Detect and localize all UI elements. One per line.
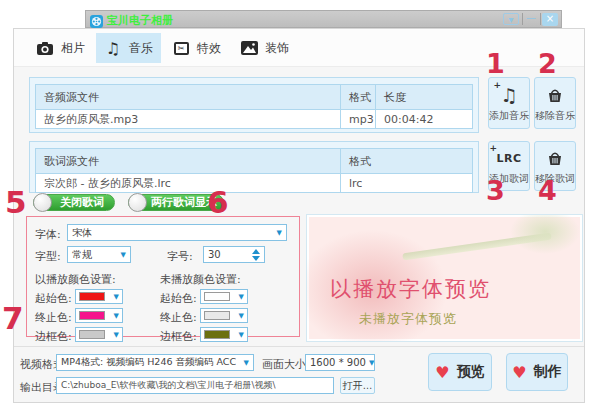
output-dir-input[interactable]: [56, 377, 334, 394]
unplayed-color-group-label: 未播放颜色设置:: [160, 272, 241, 287]
played-border-color-dropdown[interactable]: ▼: [75, 327, 123, 342]
audio-file-length: 00:04:42: [376, 109, 472, 128]
audio-table-row[interactable]: 故乡的原风景.mp3 mp3 00:04:42: [36, 109, 472, 128]
lyrics-table: 歌词源文件 格式 宗次郎 - 故乡的原风景.lrc lrc: [35, 148, 473, 193]
effects-scissors-icon: ✂: [172, 41, 190, 56]
make-button-label: 制作: [534, 363, 562, 381]
tab-label: 音乐: [129, 40, 153, 57]
audio-table-header: 音频源文件 格式 长度: [36, 85, 472, 109]
font-size-spinner[interactable]: 30: [203, 246, 265, 263]
window-title: 宝川电子相册: [107, 13, 173, 28]
cropped-text-fragment: [2, 0, 48, 4]
annotation-2: 2: [538, 50, 557, 77]
close-lyrics-toggle-label: 关闭歌词: [60, 195, 104, 210]
lyrics-col-source: 歌词源文件: [36, 149, 341, 173]
skin-menu-button[interactable]: ▾: [503, 13, 519, 25]
camera-icon: [36, 41, 54, 56]
bottom-divider: [14, 346, 584, 347]
close-lyrics-toggle[interactable]: 关闭歌词: [33, 194, 115, 211]
font-label: 字体:: [35, 227, 61, 242]
open-folder-button[interactable]: 打开…: [340, 377, 375, 394]
chevron-down-icon: ▼: [239, 293, 244, 301]
unplayed-border-color-label: 边框色:: [160, 329, 197, 344]
lyrics-table-row[interactable]: 宗次郎 - 故乡的原风景.lrc lrc: [36, 173, 472, 192]
color-swatch: [79, 292, 105, 301]
lyrics-col-format: 格式: [341, 149, 472, 173]
video-format-dropdown[interactable]: MP4格式: 视频编码 H246 音频编码 ACC ▼: [56, 354, 254, 371]
lyrics-file-format: lrc: [341, 173, 472, 192]
unplayed-start-color-label: 起始色:: [160, 291, 197, 306]
annotation-6: 6: [207, 187, 229, 217]
frame-size-value: 1600 * 900: [310, 357, 366, 368]
make-button[interactable]: ♥ 制作: [506, 353, 568, 391]
unplayed-start-color-dropdown[interactable]: ▼: [200, 289, 248, 304]
trash-basket-icon: [546, 83, 564, 107]
font-style-dropdown[interactable]: 常规 ▼: [67, 246, 131, 263]
played-font-preview-text: 以播放字体预览: [330, 275, 491, 303]
played-end-color-dropdown[interactable]: ▼: [75, 308, 123, 323]
chevron-down-icon: ▼: [114, 331, 119, 339]
screenshot-page: 宝川电子相册 ▾ — × 相片 ♫ 音乐 ✂ 特效: [0, 0, 600, 409]
frame-size-dropdown[interactable]: 1600 * 900 ▼: [305, 354, 375, 371]
spinner-arrows-icon[interactable]: [252, 249, 260, 261]
unplayed-end-color-label: 终止色:: [160, 310, 197, 325]
tab-effects[interactable]: ✂ 特效: [164, 33, 229, 63]
annotation-1: 1: [486, 50, 505, 77]
color-swatch: [204, 311, 230, 320]
annotation-3: 3: [486, 177, 505, 204]
color-swatch: [204, 330, 230, 339]
tab-decorate[interactable]: 装饰: [232, 33, 297, 63]
played-color-group-label: 以播放颜色设置:: [35, 272, 116, 287]
font-family-value: 宋体: [72, 226, 92, 240]
audio-table: 音频源文件 格式 长度 故乡的原风景.mp3 mp3 00:04:42: [35, 84, 473, 129]
font-style-label: 字型:: [35, 249, 61, 264]
add-music-button[interactable]: ♫ + 添加音乐: [488, 77, 530, 129]
lyrics-file-name: 宗次郎 - 故乡的原风景.lrc: [36, 173, 341, 192]
close-button[interactable]: ×: [542, 13, 558, 26]
played-end-color-label: 终止色:: [35, 310, 72, 325]
control-divider: [540, 13, 541, 25]
tab-label: 装饰: [265, 40, 289, 57]
app-film-reel-icon: [90, 13, 103, 26]
heart-icon: ♥: [512, 363, 526, 382]
add-music-icon: ♫ +: [500, 83, 517, 107]
font-size-label: 字号:: [167, 249, 193, 264]
chevron-down-icon: ▼: [114, 293, 119, 301]
font-settings-panel: 字体: 宋体 ▼ 字型: 常规 ▼ 字号: 30 以播放颜色设置: 未播放颜色设…: [26, 216, 300, 337]
rose-leaf: [510, 214, 580, 254]
remove-music-label: 移除音乐: [535, 109, 575, 123]
remove-music-button[interactable]: 移除音乐: [534, 77, 576, 129]
tab-photos[interactable]: 相片: [28, 33, 93, 63]
chevron-down-icon: ▼: [369, 359, 374, 367]
toggle-knob: [33, 193, 52, 212]
minimize-button[interactable]: —: [523, 11, 539, 25]
color-swatch: [79, 330, 105, 339]
picture-icon: [240, 41, 258, 56]
frame-size-label: 画面大小:: [262, 357, 310, 372]
annotation-7: 7: [2, 303, 24, 333]
music-note-icon: ♫: [104, 41, 122, 56]
font-size-value: 30: [208, 249, 221, 260]
font-style-value: 常规: [72, 248, 92, 262]
window-body: 相片 ♫ 音乐 ✂ 特效 装饰 音频源文件 格式: [13, 28, 585, 403]
tab-label: 特效: [197, 40, 221, 57]
lyrics-table-header: 歌词源文件 格式: [36, 149, 472, 173]
played-start-color-dropdown[interactable]: ▼: [75, 289, 123, 304]
font-family-dropdown[interactable]: 宋体 ▼: [67, 224, 287, 241]
tab-music[interactable]: ♫ 音乐: [96, 33, 161, 63]
audio-col-format: 格式: [341, 85, 376, 109]
preview-button[interactable]: ♥ 预览: [428, 353, 492, 391]
toggle-knob: [128, 193, 147, 212]
annotation-4: 4: [538, 177, 557, 204]
color-swatch: [79, 311, 105, 320]
audio-col-source: 音频源文件: [36, 85, 341, 109]
lyrics-file-panel: 歌词源文件 格式 宗次郎 - 故乡的原风景.lrc lrc: [29, 141, 479, 193]
add-music-label: 添加音乐: [489, 109, 529, 123]
annotation-5: 5: [5, 187, 27, 217]
unplayed-border-color-dropdown[interactable]: ▼: [200, 327, 248, 342]
audio-file-panel: 音频源文件 格式 长度 故乡的原风景.mp3 mp3 00:04:42: [29, 77, 479, 133]
chevron-down-icon: ▼: [121, 251, 126, 259]
unplayed-end-color-dropdown[interactable]: ▼: [200, 308, 248, 323]
chevron-down-icon: ▼: [244, 359, 249, 367]
unplayed-font-preview-text: 未播放字体预览: [359, 310, 457, 328]
